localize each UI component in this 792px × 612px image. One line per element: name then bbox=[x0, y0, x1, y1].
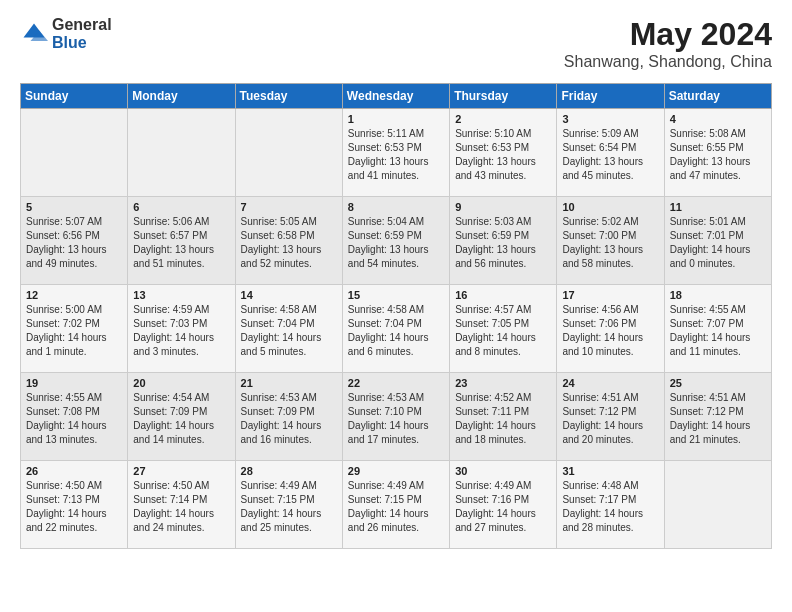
day-number: 14 bbox=[241, 289, 337, 301]
calendar-cell: 25Sunrise: 4:51 AM Sunset: 7:12 PM Dayli… bbox=[664, 373, 771, 461]
week-row-2: 5Sunrise: 5:07 AM Sunset: 6:56 PM Daylig… bbox=[21, 197, 772, 285]
calendar-cell: 26Sunrise: 4:50 AM Sunset: 7:13 PM Dayli… bbox=[21, 461, 128, 549]
calendar-cell: 22Sunrise: 4:53 AM Sunset: 7:10 PM Dayli… bbox=[342, 373, 449, 461]
calendar-cell: 14Sunrise: 4:58 AM Sunset: 7:04 PM Dayli… bbox=[235, 285, 342, 373]
calendar-cell bbox=[128, 109, 235, 197]
cell-content: Sunrise: 4:53 AM Sunset: 7:10 PM Dayligh… bbox=[348, 391, 444, 447]
week-row-5: 26Sunrise: 4:50 AM Sunset: 7:13 PM Dayli… bbox=[21, 461, 772, 549]
calendar-cell: 13Sunrise: 4:59 AM Sunset: 7:03 PM Dayli… bbox=[128, 285, 235, 373]
day-number: 15 bbox=[348, 289, 444, 301]
cell-content: Sunrise: 4:50 AM Sunset: 7:14 PM Dayligh… bbox=[133, 479, 229, 535]
cell-content: Sunrise: 4:58 AM Sunset: 7:04 PM Dayligh… bbox=[348, 303, 444, 359]
cell-content: Sunrise: 5:11 AM Sunset: 6:53 PM Dayligh… bbox=[348, 127, 444, 183]
calendar-cell: 11Sunrise: 5:01 AM Sunset: 7:01 PM Dayli… bbox=[664, 197, 771, 285]
day-number: 28 bbox=[241, 465, 337, 477]
day-number: 10 bbox=[562, 201, 658, 213]
day-number: 12 bbox=[26, 289, 122, 301]
calendar-cell: 3Sunrise: 5:09 AM Sunset: 6:54 PM Daylig… bbox=[557, 109, 664, 197]
day-number: 13 bbox=[133, 289, 229, 301]
day-header-friday: Friday bbox=[557, 84, 664, 109]
day-number: 21 bbox=[241, 377, 337, 389]
day-header-thursday: Thursday bbox=[450, 84, 557, 109]
calendar-cell: 19Sunrise: 4:55 AM Sunset: 7:08 PM Dayli… bbox=[21, 373, 128, 461]
calendar-cell: 4Sunrise: 5:08 AM Sunset: 6:55 PM Daylig… bbox=[664, 109, 771, 197]
cell-content: Sunrise: 5:05 AM Sunset: 6:58 PM Dayligh… bbox=[241, 215, 337, 271]
calendar-cell: 16Sunrise: 4:57 AM Sunset: 7:05 PM Dayli… bbox=[450, 285, 557, 373]
calendar-cell: 21Sunrise: 4:53 AM Sunset: 7:09 PM Dayli… bbox=[235, 373, 342, 461]
logo-text: General Blue bbox=[52, 16, 112, 51]
cell-content: Sunrise: 4:48 AM Sunset: 7:17 PM Dayligh… bbox=[562, 479, 658, 535]
calendar-cell: 8Sunrise: 5:04 AM Sunset: 6:59 PM Daylig… bbox=[342, 197, 449, 285]
cell-content: Sunrise: 4:49 AM Sunset: 7:16 PM Dayligh… bbox=[455, 479, 551, 535]
day-number: 7 bbox=[241, 201, 337, 213]
logo-blue-text: Blue bbox=[52, 34, 112, 52]
cell-content: Sunrise: 4:58 AM Sunset: 7:04 PM Dayligh… bbox=[241, 303, 337, 359]
cell-content: Sunrise: 4:49 AM Sunset: 7:15 PM Dayligh… bbox=[348, 479, 444, 535]
calendar-cell: 31Sunrise: 4:48 AM Sunset: 7:17 PM Dayli… bbox=[557, 461, 664, 549]
cell-content: Sunrise: 4:56 AM Sunset: 7:06 PM Dayligh… bbox=[562, 303, 658, 359]
cell-content: Sunrise: 5:02 AM Sunset: 7:00 PM Dayligh… bbox=[562, 215, 658, 271]
day-number: 25 bbox=[670, 377, 766, 389]
cell-content: Sunrise: 4:55 AM Sunset: 7:08 PM Dayligh… bbox=[26, 391, 122, 447]
day-number: 30 bbox=[455, 465, 551, 477]
cell-content: Sunrise: 5:06 AM Sunset: 6:57 PM Dayligh… bbox=[133, 215, 229, 271]
day-number: 3 bbox=[562, 113, 658, 125]
day-number: 9 bbox=[455, 201, 551, 213]
day-header-tuesday: Tuesday bbox=[235, 84, 342, 109]
calendar-cell: 18Sunrise: 4:55 AM Sunset: 7:07 PM Dayli… bbox=[664, 285, 771, 373]
month-year: May 2024 bbox=[564, 16, 772, 53]
calendar-cell bbox=[235, 109, 342, 197]
cell-content: Sunrise: 4:59 AM Sunset: 7:03 PM Dayligh… bbox=[133, 303, 229, 359]
cell-content: Sunrise: 5:03 AM Sunset: 6:59 PM Dayligh… bbox=[455, 215, 551, 271]
day-number: 19 bbox=[26, 377, 122, 389]
day-header-wednesday: Wednesday bbox=[342, 84, 449, 109]
day-number: 24 bbox=[562, 377, 658, 389]
calendar-cell: 27Sunrise: 4:50 AM Sunset: 7:14 PM Dayli… bbox=[128, 461, 235, 549]
cell-content: Sunrise: 5:08 AM Sunset: 6:55 PM Dayligh… bbox=[670, 127, 766, 183]
day-number: 2 bbox=[455, 113, 551, 125]
cell-content: Sunrise: 5:09 AM Sunset: 6:54 PM Dayligh… bbox=[562, 127, 658, 183]
calendar-cell: 28Sunrise: 4:49 AM Sunset: 7:15 PM Dayli… bbox=[235, 461, 342, 549]
cell-content: Sunrise: 5:07 AM Sunset: 6:56 PM Dayligh… bbox=[26, 215, 122, 271]
cell-content: Sunrise: 4:53 AM Sunset: 7:09 PM Dayligh… bbox=[241, 391, 337, 447]
cell-content: Sunrise: 4:51 AM Sunset: 7:12 PM Dayligh… bbox=[562, 391, 658, 447]
day-number: 18 bbox=[670, 289, 766, 301]
day-header-sunday: Sunday bbox=[21, 84, 128, 109]
logo: General Blue bbox=[20, 16, 112, 51]
cell-content: Sunrise: 5:04 AM Sunset: 6:59 PM Dayligh… bbox=[348, 215, 444, 271]
logo-general-text: General bbox=[52, 16, 112, 34]
day-number: 4 bbox=[670, 113, 766, 125]
cell-content: Sunrise: 4:49 AM Sunset: 7:15 PM Dayligh… bbox=[241, 479, 337, 535]
cell-content: Sunrise: 5:00 AM Sunset: 7:02 PM Dayligh… bbox=[26, 303, 122, 359]
logo-icon bbox=[20, 20, 48, 48]
calendar-cell: 9Sunrise: 5:03 AM Sunset: 6:59 PM Daylig… bbox=[450, 197, 557, 285]
calendar-cell: 10Sunrise: 5:02 AM Sunset: 7:00 PM Dayli… bbox=[557, 197, 664, 285]
day-number: 1 bbox=[348, 113, 444, 125]
calendar-cell: 15Sunrise: 4:58 AM Sunset: 7:04 PM Dayli… bbox=[342, 285, 449, 373]
calendar-cell: 7Sunrise: 5:05 AM Sunset: 6:58 PM Daylig… bbox=[235, 197, 342, 285]
calendar-cell: 2Sunrise: 5:10 AM Sunset: 6:53 PM Daylig… bbox=[450, 109, 557, 197]
day-header-monday: Monday bbox=[128, 84, 235, 109]
day-number: 23 bbox=[455, 377, 551, 389]
calendar-cell bbox=[664, 461, 771, 549]
cell-content: Sunrise: 4:57 AM Sunset: 7:05 PM Dayligh… bbox=[455, 303, 551, 359]
location: Shanwang, Shandong, China bbox=[564, 53, 772, 71]
week-row-1: 1Sunrise: 5:11 AM Sunset: 6:53 PM Daylig… bbox=[21, 109, 772, 197]
cell-content: Sunrise: 4:54 AM Sunset: 7:09 PM Dayligh… bbox=[133, 391, 229, 447]
calendar-cell: 30Sunrise: 4:49 AM Sunset: 7:16 PM Dayli… bbox=[450, 461, 557, 549]
cell-content: Sunrise: 4:51 AM Sunset: 7:12 PM Dayligh… bbox=[670, 391, 766, 447]
day-number: 17 bbox=[562, 289, 658, 301]
cell-content: Sunrise: 4:55 AM Sunset: 7:07 PM Dayligh… bbox=[670, 303, 766, 359]
day-number: 22 bbox=[348, 377, 444, 389]
calendar-cell: 24Sunrise: 4:51 AM Sunset: 7:12 PM Dayli… bbox=[557, 373, 664, 461]
week-row-3: 12Sunrise: 5:00 AM Sunset: 7:02 PM Dayli… bbox=[21, 285, 772, 373]
calendar-cell: 23Sunrise: 4:52 AM Sunset: 7:11 PM Dayli… bbox=[450, 373, 557, 461]
day-number: 31 bbox=[562, 465, 658, 477]
day-number: 16 bbox=[455, 289, 551, 301]
cell-content: Sunrise: 4:50 AM Sunset: 7:13 PM Dayligh… bbox=[26, 479, 122, 535]
day-number: 26 bbox=[26, 465, 122, 477]
cell-content: Sunrise: 5:01 AM Sunset: 7:01 PM Dayligh… bbox=[670, 215, 766, 271]
cell-content: Sunrise: 5:10 AM Sunset: 6:53 PM Dayligh… bbox=[455, 127, 551, 183]
title-block: May 2024 Shanwang, Shandong, China bbox=[564, 16, 772, 71]
calendar-cell: 6Sunrise: 5:06 AM Sunset: 6:57 PM Daylig… bbox=[128, 197, 235, 285]
